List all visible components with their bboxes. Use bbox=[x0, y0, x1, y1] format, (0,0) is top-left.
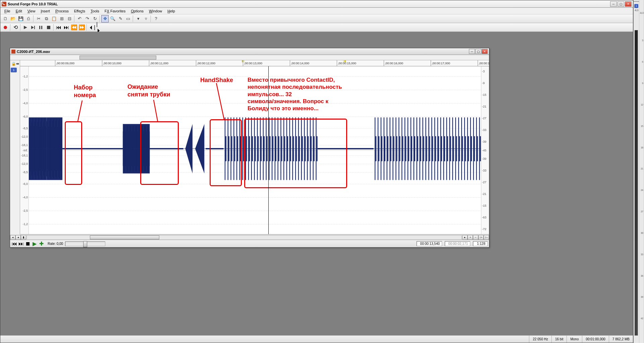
next-marker-icon[interactable]: |⏵ bbox=[96, 24, 103, 31]
maximize-button[interactable]: ▢ bbox=[618, 1, 624, 7]
zoom-in-icon[interactable]: + bbox=[468, 235, 473, 240]
time-selection[interactable]: 00:00:02,171 bbox=[445, 241, 470, 246]
open-icon[interactable]: 📂 bbox=[9, 15, 17, 22]
snap-icon[interactable]: ⇹ bbox=[16, 62, 19, 66]
channel-badge[interactable]: 1 bbox=[11, 68, 17, 72]
play-all-icon[interactable] bbox=[30, 24, 37, 31]
new-icon[interactable]: 🗋 bbox=[2, 15, 9, 22]
menu-edit[interactable]: Edit bbox=[13, 8, 25, 14]
svg-marker-1 bbox=[24, 26, 27, 29]
channel-gutter: 🔒 ⇹ 1 bbox=[10, 60, 20, 234]
scroll-left-icon[interactable]: ◂ bbox=[10, 235, 15, 240]
help-icon[interactable]: ? bbox=[152, 15, 160, 22]
event-icon[interactable]: ▭ bbox=[124, 15, 132, 22]
menu-options[interactable]: Options bbox=[128, 8, 146, 14]
scroll-home-icon[interactable]: ▮ bbox=[21, 235, 26, 240]
record-icon[interactable] bbox=[2, 24, 9, 31]
minimize-button[interactable]: ─ bbox=[610, 1, 617, 7]
overview-strip[interactable] bbox=[10, 55, 489, 60]
meter-bar bbox=[635, 30, 638, 336]
menu-insert[interactable]: Insert bbox=[38, 8, 53, 14]
prev-marker-icon[interactable]: ⏴| bbox=[88, 24, 96, 31]
svg-marker-2 bbox=[31, 26, 34, 29]
meter-peak-value: -8,3 bbox=[634, 9, 639, 11]
document-filename: C2000-ИТ_206.wav bbox=[17, 50, 469, 54]
goend-icon[interactable]: ⏭ bbox=[63, 24, 70, 31]
playback-cursor[interactable] bbox=[268, 66, 269, 234]
forward-icon[interactable]: ⏩ bbox=[78, 24, 86, 31]
copy-icon[interactable]: ⧉ bbox=[43, 15, 50, 22]
zoom-out-icon[interactable]: − bbox=[473, 235, 478, 240]
redo-icon[interactable]: ↷ bbox=[84, 15, 91, 22]
menubar: File Edit View Insert Process Effects To… bbox=[0, 8, 633, 14]
svg-point-0 bbox=[4, 26, 7, 29]
scroll-thumb[interactable] bbox=[90, 235, 159, 239]
loop-icon[interactable]: ⟲ bbox=[12, 24, 19, 31]
pause-icon[interactable] bbox=[37, 24, 45, 31]
dt-goend-icon[interactable]: ⏭ bbox=[18, 241, 24, 247]
status-memory: 7 862,2 MB bbox=[609, 336, 633, 343]
marker-icon[interactable]: ▾ bbox=[135, 15, 142, 22]
svg-rect-5 bbox=[41, 26, 42, 29]
menu-file[interactable]: File bbox=[2, 8, 13, 14]
zoom-vert-out-icon[interactable]: ↕− bbox=[484, 235, 489, 240]
scroll-track[interactable] bbox=[26, 235, 462, 240]
menu-tools[interactable]: Tools bbox=[88, 8, 102, 14]
zoom-ratio[interactable]: 1:128 bbox=[473, 241, 488, 246]
menu-fxfav[interactable]: FX Favorites bbox=[102, 8, 128, 14]
save-icon[interactable]: 💾 bbox=[17, 15, 24, 22]
lock-icon[interactable]: 🔒 bbox=[11, 62, 16, 66]
status-channels: Mono bbox=[567, 336, 582, 343]
menu-process[interactable]: Process bbox=[53, 8, 71, 14]
db-scale-left: -1,2-2,5-4,0-6,0-8,5-12,0-18,1-Inf.-18,1… bbox=[20, 66, 29, 234]
dt-stop-icon[interactable]: ⏹ bbox=[25, 241, 31, 247]
scroll-left2-icon[interactable]: ◂ bbox=[15, 235, 21, 240]
region-icon[interactable]: ▿ bbox=[142, 15, 150, 22]
rate-label: Rate: 0,00 bbox=[48, 242, 63, 246]
dt-gostart-icon[interactable]: ⏮ bbox=[11, 241, 17, 247]
main-transport: ⟲ ⏮ ⏭ ⏪ ⏩ ⏴| |⏵ bbox=[0, 23, 633, 32]
dt-play-icon[interactable]: ▶ bbox=[32, 241, 38, 247]
pencil-icon[interactable]: ✎ bbox=[117, 15, 124, 22]
menu-effects[interactable]: Effects bbox=[71, 8, 88, 14]
cut-icon[interactable]: ✂ bbox=[35, 15, 42, 22]
status-bit-depth: 16 bit bbox=[551, 336, 567, 343]
rate-slider-thumb[interactable] bbox=[83, 241, 87, 247]
close-button[interactable]: ✕ bbox=[625, 1, 632, 7]
scroll-right-icon[interactable]: ▸ bbox=[462, 235, 468, 240]
document-titlebar[interactable]: C2000-ИТ_206.wav ─ ▢ ✕ bbox=[10, 48, 489, 55]
meter-channel-1[interactable]: ****** 1 -8,3 bbox=[634, 0, 639, 343]
doc-maximize-button[interactable]: ▢ bbox=[475, 49, 481, 54]
gostart-icon[interactable]: ⏮ bbox=[55, 24, 62, 31]
doc-close-button[interactable]: ✕ bbox=[482, 49, 488, 54]
dt-add-icon[interactable]: ✚ bbox=[38, 241, 44, 247]
trim-icon[interactable]: ⊟ bbox=[66, 15, 73, 22]
svg-rect-4 bbox=[39, 26, 40, 29]
time-ruler[interactable]: ,00:00:09,000,00:00:10,000,00:00:11,000,… bbox=[20, 60, 489, 66]
main-toolbar: 🗋 📂 💾 ⎙ ✂ ⧉ 📋 ⊞ ⊟ ↶ ↷ ↻ ✥ 🔍 ✎ ▭ ▾ ▿ ? bbox=[0, 14, 633, 23]
waveform-svg bbox=[29, 66, 481, 231]
meter-scale: 3691215182124273033363942 bbox=[640, 30, 644, 336]
menu-view[interactable]: View bbox=[25, 8, 38, 14]
undo-icon[interactable]: ↶ bbox=[76, 15, 83, 22]
document-window: C2000-ИТ_206.wav ─ ▢ ✕ 🔒 ⇹ 1 bbox=[10, 48, 489, 248]
rate-slider[interactable] bbox=[65, 242, 105, 246]
db-scale-right: -3-9-15-21-27-33-39-45-39-33-27-21-15-63… bbox=[481, 66, 489, 234]
rewind-icon[interactable]: ⏪ bbox=[70, 24, 78, 31]
menu-window[interactable]: Window bbox=[146, 8, 165, 14]
menu-help[interactable]: Help bbox=[165, 8, 178, 14]
play-icon[interactable] bbox=[22, 24, 29, 31]
horizontal-scrollbar[interactable]: ◂ ◂ ▮ ▸ + − ↕+ ↕− bbox=[10, 234, 489, 240]
time-position[interactable]: 00:00:13,540 bbox=[417, 241, 442, 246]
zoom-vert-in-icon[interactable]: ↕+ bbox=[478, 235, 484, 240]
paste-icon[interactable]: 📋 bbox=[50, 15, 58, 22]
mix-icon[interactable]: ⊞ bbox=[58, 15, 65, 22]
overview-visible-region[interactable] bbox=[79, 56, 156, 60]
statusbar: 22 050 Hz 16 bit Mono 00:01:00,000 7 862… bbox=[0, 335, 633, 343]
svg-rect-3 bbox=[34, 26, 35, 29]
saveas-icon[interactable]: ⎙ bbox=[25, 15, 32, 22]
magnify-icon[interactable]: 🔍 bbox=[109, 15, 116, 22]
stop-icon[interactable] bbox=[45, 24, 52, 31]
doc-minimize-button[interactable]: ─ bbox=[469, 49, 475, 54]
waveform-display[interactable]: -1,2-2,5-4,0-6,0-8,5-12,0-18,1-Inf.-18,1… bbox=[20, 66, 489, 234]
